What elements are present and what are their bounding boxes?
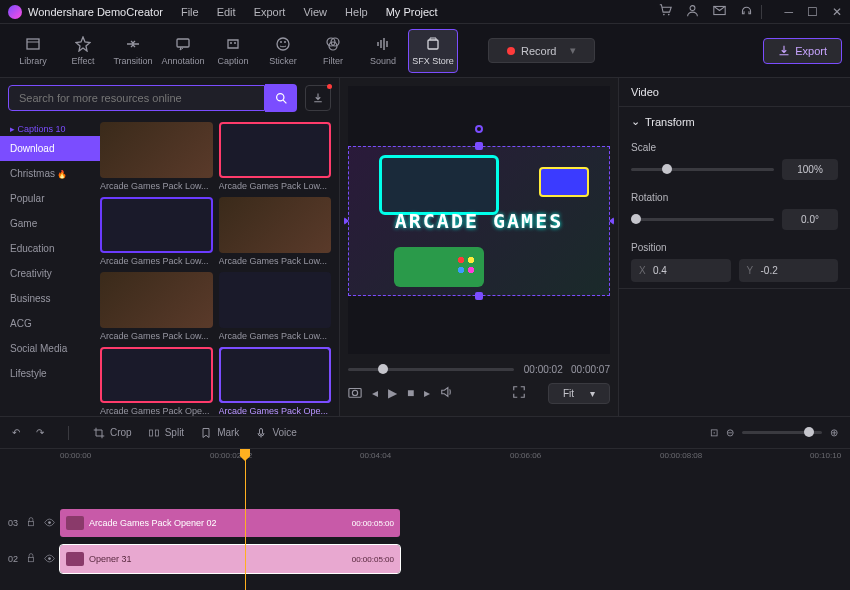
eye-icon[interactable] [44, 517, 55, 530]
thumbnail-item[interactable]: Arcade Games Pack Low... [100, 272, 213, 341]
thumbnail-item[interactable]: Arcade Games Pack Low... [219, 197, 332, 266]
preview-selection[interactable]: ARCADE GAMES [348, 146, 610, 296]
thumbnail-item[interactable]: Arcade Games Pack Ope... [219, 347, 332, 416]
export-button[interactable]: Export [763, 38, 842, 64]
menu-help[interactable]: Help [345, 6, 368, 18]
stop-icon[interactable]: ■ [407, 386, 414, 400]
volume-icon[interactable] [440, 385, 454, 402]
resize-handle-left[interactable] [344, 217, 349, 225]
lock-icon[interactable] [26, 517, 36, 529]
chevron-down-icon: ▾ [570, 44, 576, 57]
properties-tab-video[interactable]: Video [619, 78, 850, 107]
menu-file[interactable]: File [181, 6, 199, 18]
resize-handle-bottom[interactable] [475, 292, 483, 300]
ruler-mark: 00:06:06 [510, 451, 541, 460]
timeline-ruler[interactable]: 00:00:0000:00:02:0200:04:0400:06:0600:00… [0, 449, 850, 471]
scale-value[interactable]: 100% [782, 159, 838, 180]
category-lifestyle[interactable]: Lifestyle [0, 361, 100, 386]
svg-point-15 [352, 390, 357, 395]
category-acg[interactable]: ACG [0, 311, 100, 336]
category-social media[interactable]: Social Media [0, 336, 100, 361]
fullscreen-icon[interactable] [512, 385, 526, 402]
position-y-input[interactable]: Y-0.2 [739, 259, 839, 282]
svg-rect-12 [428, 40, 438, 49]
eye-icon[interactable] [44, 553, 55, 566]
record-button[interactable]: Record ▾ [488, 38, 595, 63]
tool-transition[interactable]: Transition [108, 29, 158, 73]
fit-select[interactable]: Fit▾ [548, 383, 610, 404]
maximize-icon[interactable]: ☐ [807, 5, 818, 19]
category-christmas[interactable]: Christmas 🔥 [0, 161, 100, 186]
thumbnail-grid[interactable]: Arcade Games Pack Low...Arcade Games Pac… [100, 118, 339, 416]
resize-handle-right[interactable] [609, 217, 614, 225]
category-list: ▸ Captions 10 DownloadChristmas 🔥Popular… [0, 118, 100, 416]
tool-library[interactable]: Library [8, 29, 58, 73]
category-creativity[interactable]: Creativity [0, 261, 100, 286]
download-queue-button[interactable] [305, 85, 331, 111]
thumbnail-item[interactable]: Arcade Games Pack Low... [100, 122, 213, 191]
search-input[interactable] [8, 85, 265, 111]
category-game[interactable]: Game [0, 211, 100, 236]
tool-filter[interactable]: Filter [308, 29, 358, 73]
cart-icon[interactable] [659, 4, 672, 20]
chevron-down-icon: ▾ [590, 388, 595, 399]
minimize-icon[interactable]: ─ [784, 5, 793, 19]
search-button[interactable] [265, 84, 297, 112]
crop-tool[interactable]: Crop [93, 427, 132, 439]
resize-handle-top[interactable] [475, 142, 483, 150]
slider-thumb[interactable] [378, 364, 388, 374]
fit-timeline-icon[interactable]: ⊡ [710, 427, 718, 438]
scale-slider[interactable] [631, 168, 774, 171]
redo-icon[interactable]: ↷ [36, 427, 44, 438]
prev-frame-icon[interactable]: ◂ [372, 386, 378, 400]
split-tool[interactable]: Split [148, 427, 184, 439]
preview-canvas[interactable]: ARCADE GAMES [348, 86, 610, 354]
tool-effect[interactable]: Effect [58, 29, 108, 73]
mark-tool[interactable]: Mark [200, 427, 239, 439]
menu-view[interactable]: View [303, 6, 327, 18]
play-icon[interactable]: ▶ [388, 386, 397, 400]
tool-sfx[interactable]: SFX Store [408, 29, 458, 73]
tool-sticker[interactable]: Sticker [258, 29, 308, 73]
lock-icon[interactable] [26, 553, 36, 565]
headset-icon[interactable] [740, 4, 753, 20]
rotation-value[interactable]: 0.0° [782, 209, 838, 230]
properties-panel: Video ⌄Transform Scale 100% Rotation 0.0… [618, 78, 850, 416]
rotation-slider[interactable] [631, 218, 774, 221]
zoom-slider[interactable] [742, 431, 822, 434]
timeline-clip[interactable]: Arcade Games Pack Opener 0200:00:05:00 [60, 509, 400, 537]
thumbnail-item[interactable]: Arcade Games Pack Low... [219, 122, 332, 191]
snapshot-icon[interactable] [348, 385, 362, 402]
thumbnail-item[interactable]: Arcade Games Pack Low... [219, 272, 332, 341]
rotation-handle[interactable] [475, 125, 483, 133]
project-name[interactable]: My Project [386, 6, 438, 18]
section-transform[interactable]: ⌄Transform [619, 107, 850, 136]
playhead[interactable] [245, 449, 246, 590]
playback-slider[interactable]: 00:00:02 00:00:07 [348, 360, 610, 378]
svg-point-2 [691, 5, 696, 10]
svg-rect-17 [155, 430, 158, 436]
zoom-out-icon[interactable]: ⊖ [726, 427, 734, 438]
category-download[interactable]: Download [0, 136, 100, 161]
tool-sound[interactable]: Sound [358, 29, 408, 73]
tool-caption[interactable]: Caption [208, 29, 258, 73]
mail-icon[interactable] [713, 4, 726, 20]
menu-edit[interactable]: Edit [217, 6, 236, 18]
tool-annotation[interactable]: Annotation [158, 29, 208, 73]
next-frame-icon[interactable]: ▸ [424, 386, 430, 400]
category-business[interactable]: Business [0, 286, 100, 311]
zoom-in-icon[interactable]: ⊕ [830, 427, 838, 438]
menu-export[interactable]: Export [254, 6, 286, 18]
record-dot-icon [507, 47, 515, 55]
user-icon[interactable] [686, 4, 699, 20]
category-popular[interactable]: Popular [0, 186, 100, 211]
undo-icon[interactable]: ↶ [12, 427, 20, 438]
position-x-input[interactable]: X0.4 [631, 259, 731, 282]
voice-tool[interactable]: Voice [255, 427, 296, 439]
thumbnail-item[interactable]: Arcade Games Pack Ope... [100, 347, 213, 416]
thumbnail-item[interactable]: Arcade Games Pack Low... [100, 197, 213, 266]
category-education[interactable]: Education [0, 236, 100, 261]
timeline-clip[interactable]: Opener 3100:00:05:00 [60, 545, 400, 573]
time-current: 00:00:02 [524, 364, 563, 375]
close-icon[interactable]: ✕ [832, 5, 842, 19]
